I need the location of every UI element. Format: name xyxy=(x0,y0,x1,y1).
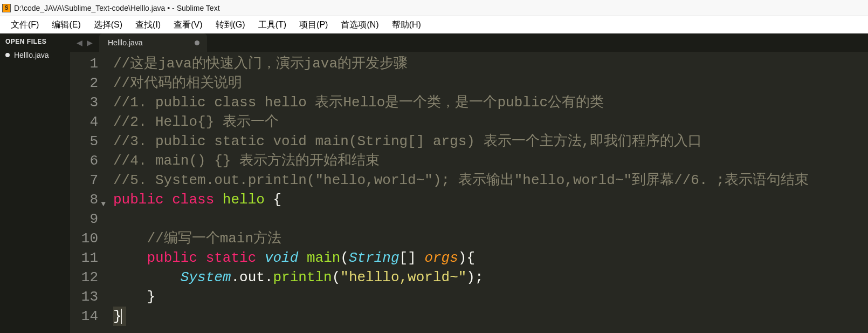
code-line[interactable]: } xyxy=(113,307,868,326)
menu-prefs[interactable]: 首选项(N) xyxy=(334,17,385,33)
line-number: 1 xyxy=(70,54,98,73)
menu-project[interactable]: 项目(P) xyxy=(293,17,334,33)
sidebar: OPEN FILES Helllo.java xyxy=(0,33,70,333)
window-titlebar: S D:\code_JAVA\Sublime_Text-code\Helllo.… xyxy=(0,0,868,16)
line-number: 7 xyxy=(70,171,98,190)
workspace: OPEN FILES Helllo.java ◀ ▶ Helllo.java 1… xyxy=(0,33,868,333)
code-area[interactable]: //这是java的快速入门，演示java的开发步骤//对代码的相关说明//1. … xyxy=(108,52,868,333)
app-icon: S xyxy=(2,4,11,12)
fold-icon[interactable]: ▼ xyxy=(101,194,106,214)
window-title: D:\code_JAVA\Sublime_Text-code\Helllo.ja… xyxy=(14,4,220,12)
tab-dirty-icon xyxy=(195,40,199,45)
tab-helllo-java[interactable]: Helllo.java xyxy=(99,33,207,52)
menu-edit[interactable]: 编辑(E) xyxy=(45,17,87,33)
code-line[interactable]: //3. public static void main(String[] ar… xyxy=(113,132,868,151)
code-line[interactable]: //1. public class hello 表示Hello是一个类，是一个p… xyxy=(113,93,868,112)
code-line[interactable]: //5. System.out.println("hello,world~");… xyxy=(113,171,868,190)
code-editor[interactable]: 12345678▼91011121314 //这是java的快速入门，演示jav… xyxy=(70,52,868,333)
nav-forward-icon[interactable]: ▶ xyxy=(85,38,95,47)
code-line[interactable]: public static void main(String[] orgs){ xyxy=(113,248,868,268)
menu-goto[interactable]: 转到(G) xyxy=(209,17,252,33)
tab-label: Helllo.java xyxy=(108,38,143,47)
tab-bar: ◀ ▶ Helllo.java xyxy=(70,33,868,52)
code-line[interactable]: //4. main() {} 表示方法的开始和结束 xyxy=(113,151,868,171)
menu-bar: 文件(F) 编辑(E) 选择(S) 查找(I) 查看(V) 转到(G) 工具(T… xyxy=(0,16,868,33)
line-number: 12 xyxy=(70,268,98,287)
tab-nav: ◀ ▶ xyxy=(70,33,99,52)
line-number: 6 xyxy=(70,151,98,171)
code-line[interactable]: //2. Hello{} 表示一个 xyxy=(113,112,868,132)
nav-back-icon[interactable]: ◀ xyxy=(74,38,85,47)
line-number: 9 xyxy=(70,209,98,229)
menu-find[interactable]: 查找(I) xyxy=(129,17,167,33)
code-line[interactable]: //对代码的相关说明 xyxy=(113,73,868,93)
menu-help[interactable]: 帮助(H) xyxy=(385,17,428,33)
main-area: ◀ ▶ Helllo.java 12345678▼91011121314 //这… xyxy=(70,33,868,333)
line-number: 5 xyxy=(70,132,98,151)
menu-select[interactable]: 选择(S) xyxy=(87,17,129,33)
line-number: 8▼ xyxy=(70,190,98,209)
code-line[interactable]: //这是java的快速入门，演示java的开发步骤 xyxy=(113,54,868,73)
line-number: 3 xyxy=(70,93,98,112)
code-line[interactable] xyxy=(113,209,868,229)
line-number: 4 xyxy=(70,112,98,132)
line-number: 11 xyxy=(70,248,98,268)
line-number: 10 xyxy=(70,229,98,248)
line-number: 14 xyxy=(70,307,98,326)
sidebar-file-item[interactable]: Helllo.java xyxy=(0,49,70,62)
dirty-dot-icon xyxy=(5,53,10,57)
code-line[interactable]: //编写一个main方法 xyxy=(113,229,868,248)
sidebar-file-label: Helllo.java xyxy=(14,51,49,59)
gutter: 12345678▼91011121314 xyxy=(70,52,108,333)
line-number: 13 xyxy=(70,287,98,307)
sidebar-header: OPEN FILES xyxy=(0,33,70,49)
menu-view[interactable]: 查看(V) xyxy=(167,17,209,33)
menu-tools[interactable]: 工具(T) xyxy=(252,17,293,33)
code-line[interactable]: public class hello { xyxy=(113,190,868,209)
menu-file[interactable]: 文件(F) xyxy=(4,17,45,33)
code-line[interactable]: System.out.println("helllo,world~"); xyxy=(113,268,868,287)
line-number: 2 xyxy=(70,73,98,93)
code-line[interactable]: } xyxy=(113,287,868,307)
